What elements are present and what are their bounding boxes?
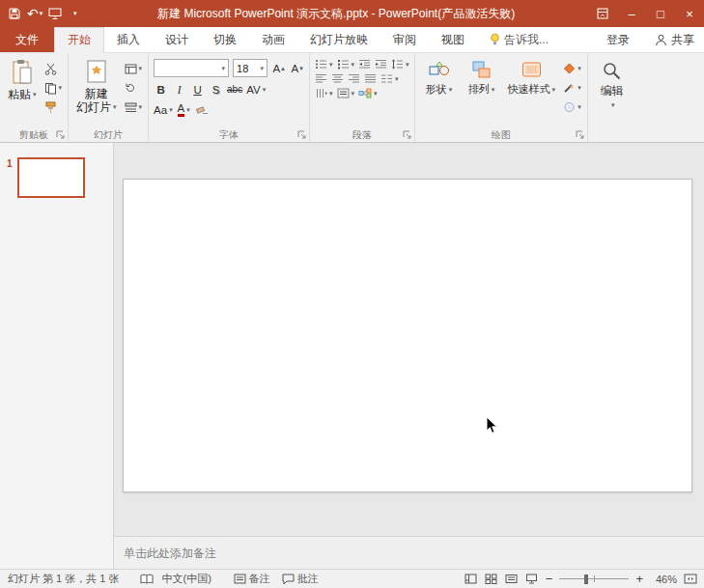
numbering-button[interactable]: ▾	[337, 59, 355, 70]
normal-view-button[interactable]	[461, 574, 481, 584]
layout-icon	[125, 64, 137, 74]
zoom-slider-thumb[interactable]	[584, 574, 588, 584]
customize-qat-icon[interactable]: ▾	[65, 2, 84, 25]
columns-button[interactable]: ▾	[380, 73, 399, 84]
slide-thumbnail[interactable]	[17, 157, 85, 198]
section-button[interactable]: ▾	[125, 100, 143, 114]
align-left-button[interactable]	[315, 73, 327, 84]
zoom-out-button[interactable]: −	[542, 572, 557, 586]
align-right-button[interactable]	[348, 73, 360, 84]
justify-button[interactable]	[364, 73, 377, 84]
ribbon-display-options-icon[interactable]	[588, 0, 617, 27]
save-icon[interactable]	[5, 2, 24, 25]
tab-review[interactable]: 审阅	[380, 27, 429, 52]
change-case-button[interactable]: Aa▾	[154, 101, 173, 118]
clipboard-dialog-launcher-icon[interactable]	[56, 130, 65, 139]
paragraph-group: ▾ ▾ ▾	[310, 53, 415, 142]
quick-styles-button[interactable]: 快速样式▾	[503, 55, 561, 97]
paste-button[interactable]: 粘贴▾	[3, 55, 42, 101]
text-shadow-button[interactable]: S	[209, 81, 223, 98]
slide-sorter-view-icon	[485, 574, 497, 584]
share-button[interactable]: 共享	[642, 27, 704, 52]
new-slide-button[interactable]: 新建 幻灯片▾	[71, 55, 122, 114]
normal-view-icon	[465, 574, 477, 584]
font-group: ▾ 18▾ A▴ A▾ B I U S abc AV▾ Aa▾ A▾	[149, 53, 310, 142]
slide-indicator[interactable]: 幻灯片 第 1 张，共 1 张	[3, 572, 125, 586]
tab-animations[interactable]: 动画	[249, 27, 297, 52]
spell-check-button[interactable]	[136, 574, 157, 585]
drawing-dialog-launcher-icon[interactable]	[576, 130, 584, 139]
bold-button[interactable]: B	[154, 81, 168, 98]
format-painter-button[interactable]	[44, 100, 63, 114]
arrange-button[interactable]: 排列▾	[461, 55, 503, 97]
font-size-select[interactable]: 18▾	[233, 59, 268, 77]
tab-design[interactable]: 设计	[153, 27, 201, 52]
slide-thumbnails-pane: 1	[0, 143, 114, 569]
reset-button[interactable]	[125, 81, 143, 95]
sign-in-button[interactable]: 登录	[594, 27, 642, 52]
font-dialog-launcher-icon[interactable]	[297, 130, 306, 139]
zoom-level[interactable]: 46%	[647, 574, 680, 585]
tell-me-box[interactable]: 告诉我...	[477, 27, 561, 52]
increase-font-size-button[interactable]: A▴	[271, 60, 286, 76]
maximize-button[interactable]: □	[646, 0, 675, 27]
close-button[interactable]: ×	[675, 0, 704, 27]
layout-button[interactable]: ▾	[125, 62, 143, 75]
comments-toggle-button[interactable]: 批注	[276, 572, 324, 586]
paragraph-group-label: 段落	[310, 129, 414, 141]
decrease-indent-button[interactable]	[358, 59, 371, 70]
align-left-icon	[315, 73, 327, 84]
slideshow-view-button[interactable]	[521, 574, 542, 584]
editing-button[interactable]: 编辑 ▾	[591, 55, 634, 109]
slide-thumbnail-item[interactable]: 1	[7, 157, 113, 198]
paste-icon	[12, 59, 33, 85]
increase-indent-button[interactable]	[375, 59, 387, 70]
tab-transitions[interactable]: 切换	[201, 27, 249, 52]
fit-slide-to-window-button[interactable]	[680, 574, 701, 584]
undo-icon[interactable]: ↶▾	[24, 2, 45, 25]
tab-view[interactable]: 视图	[429, 27, 477, 52]
arrange-icon	[472, 61, 492, 79]
font-name-select[interactable]: ▾	[154, 59, 229, 77]
justify-icon	[364, 73, 377, 84]
align-text-button[interactable]: ▾	[337, 88, 355, 98]
shapes-button[interactable]: 形状▾	[418, 55, 461, 97]
character-spacing-button[interactable]: AV▾	[246, 81, 266, 98]
underline-button[interactable]: U	[190, 81, 205, 98]
start-slideshow-icon[interactable]	[45, 2, 65, 25]
slide-sorter-view-button[interactable]	[481, 574, 501, 584]
copy-icon	[44, 82, 57, 95]
reading-view-icon	[505, 574, 518, 584]
tab-file[interactable]: 文件	[0, 27, 54, 52]
bullets-button[interactable]: ▾	[315, 59, 333, 70]
reading-view-button[interactable]	[501, 574, 521, 584]
window-title: 新建 Microsoft PowerPoint 演示文稿.pptx - Powe…	[84, 6, 588, 22]
font-color-button[interactable]: A▾	[177, 101, 191, 118]
tab-slideshow[interactable]: 幻灯片放映	[297, 27, 380, 52]
cut-button[interactable]	[44, 62, 63, 75]
shape-effects-button[interactable]: ▾	[563, 100, 581, 114]
decrease-font-size-button[interactable]: A▾	[290, 60, 304, 76]
format-painter-icon	[44, 101, 57, 114]
text-direction-button[interactable]: ▾	[315, 88, 333, 98]
notes-toggle-button[interactable]: 备注	[228, 572, 276, 586]
zoom-in-button[interactable]: +	[632, 572, 647, 586]
line-spacing-button[interactable]: ▾	[391, 59, 409, 70]
tab-home[interactable]: 开始	[54, 27, 104, 53]
zoom-slider[interactable]	[559, 574, 629, 585]
italic-button[interactable]: I	[172, 81, 186, 98]
shape-fill-button[interactable]: ▾	[563, 62, 581, 75]
language-indicator[interactable]: 中文(中国)	[157, 572, 216, 586]
slide-canvas[interactable]	[123, 179, 692, 492]
numbering-icon	[337, 59, 350, 70]
convert-to-smartart-button[interactable]: ▾	[358, 88, 378, 98]
notes-pane[interactable]: 单击此处添加备注	[114, 536, 704, 569]
copy-button[interactable]: ▾	[44, 81, 63, 95]
align-center-button[interactable]	[331, 73, 344, 84]
strikethrough-button[interactable]: abc	[227, 81, 242, 98]
shape-outline-button[interactable]: ▾	[563, 81, 581, 95]
paragraph-dialog-launcher-icon[interactable]	[403, 130, 411, 139]
clear-formatting-button[interactable]	[195, 101, 210, 118]
minimize-button[interactable]: –	[617, 0, 646, 27]
tab-insert[interactable]: 插入	[104, 27, 153, 52]
